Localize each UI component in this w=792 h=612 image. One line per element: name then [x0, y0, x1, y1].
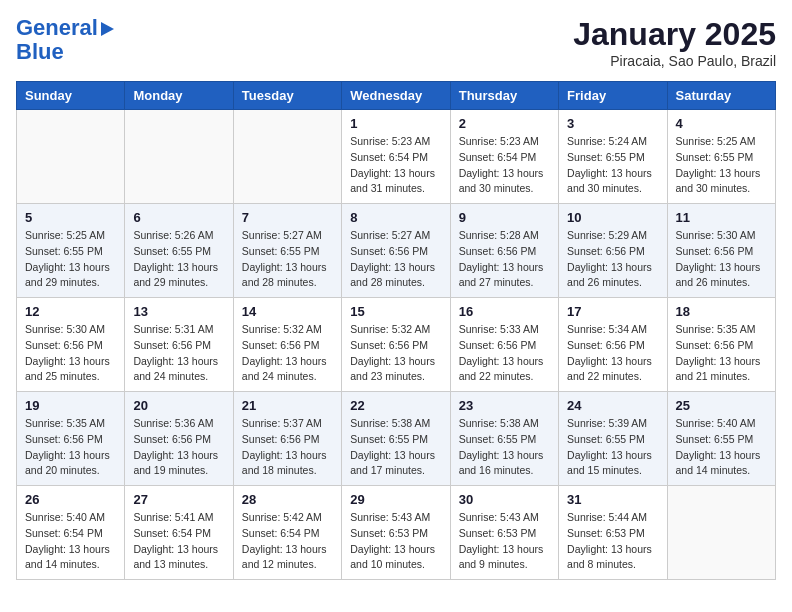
day-info: Sunrise: 5:30 AMSunset: 6:56 PMDaylight:… — [676, 228, 767, 291]
calendar-cell: 16Sunrise: 5:33 AMSunset: 6:56 PMDayligh… — [450, 298, 558, 392]
weekday-header-monday: Monday — [125, 82, 233, 110]
weekday-header-row: SundayMondayTuesdayWednesdayThursdayFrid… — [17, 82, 776, 110]
calendar-cell: 29Sunrise: 5:43 AMSunset: 6:53 PMDayligh… — [342, 486, 450, 580]
calendar-cell: 20Sunrise: 5:36 AMSunset: 6:56 PMDayligh… — [125, 392, 233, 486]
weekday-header-wednesday: Wednesday — [342, 82, 450, 110]
calendar-cell — [17, 110, 125, 204]
calendar-cell: 9Sunrise: 5:28 AMSunset: 6:56 PMDaylight… — [450, 204, 558, 298]
calendar-cell: 1Sunrise: 5:23 AMSunset: 6:54 PMDaylight… — [342, 110, 450, 204]
day-info: Sunrise: 5:32 AMSunset: 6:56 PMDaylight:… — [350, 322, 441, 385]
day-number: 22 — [350, 398, 441, 413]
day-number: 3 — [567, 116, 658, 131]
day-info: Sunrise: 5:40 AMSunset: 6:55 PMDaylight:… — [676, 416, 767, 479]
calendar-cell: 30Sunrise: 5:43 AMSunset: 6:53 PMDayligh… — [450, 486, 558, 580]
weekday-header-friday: Friday — [559, 82, 667, 110]
day-info: Sunrise: 5:33 AMSunset: 6:56 PMDaylight:… — [459, 322, 550, 385]
weekday-header-tuesday: Tuesday — [233, 82, 341, 110]
day-info: Sunrise: 5:36 AMSunset: 6:56 PMDaylight:… — [133, 416, 224, 479]
calendar-cell: 15Sunrise: 5:32 AMSunset: 6:56 PMDayligh… — [342, 298, 450, 392]
day-number: 15 — [350, 304, 441, 319]
day-number: 12 — [25, 304, 116, 319]
day-info: Sunrise: 5:23 AMSunset: 6:54 PMDaylight:… — [350, 134, 441, 197]
page-header: General Blue January 2025 Piracaia, Sao … — [16, 16, 776, 69]
day-number: 13 — [133, 304, 224, 319]
calendar-cell: 12Sunrise: 5:30 AMSunset: 6:56 PMDayligh… — [17, 298, 125, 392]
calendar-week-row: 26Sunrise: 5:40 AMSunset: 6:54 PMDayligh… — [17, 486, 776, 580]
calendar-cell: 13Sunrise: 5:31 AMSunset: 6:56 PMDayligh… — [125, 298, 233, 392]
day-info: Sunrise: 5:35 AMSunset: 6:56 PMDaylight:… — [676, 322, 767, 385]
day-number: 8 — [350, 210, 441, 225]
day-info: Sunrise: 5:38 AMSunset: 6:55 PMDaylight:… — [350, 416, 441, 479]
calendar-week-row: 19Sunrise: 5:35 AMSunset: 6:56 PMDayligh… — [17, 392, 776, 486]
day-info: Sunrise: 5:27 AMSunset: 6:55 PMDaylight:… — [242, 228, 333, 291]
day-info: Sunrise: 5:31 AMSunset: 6:56 PMDaylight:… — [133, 322, 224, 385]
day-number: 29 — [350, 492, 441, 507]
day-number: 31 — [567, 492, 658, 507]
day-info: Sunrise: 5:24 AMSunset: 6:55 PMDaylight:… — [567, 134, 658, 197]
day-info: Sunrise: 5:23 AMSunset: 6:54 PMDaylight:… — [459, 134, 550, 197]
day-number: 1 — [350, 116, 441, 131]
day-info: Sunrise: 5:42 AMSunset: 6:54 PMDaylight:… — [242, 510, 333, 573]
weekday-header-thursday: Thursday — [450, 82, 558, 110]
calendar-cell: 14Sunrise: 5:32 AMSunset: 6:56 PMDayligh… — [233, 298, 341, 392]
title-block: January 2025 Piracaia, Sao Paulo, Brazil — [573, 16, 776, 69]
calendar-cell — [233, 110, 341, 204]
day-number: 30 — [459, 492, 550, 507]
calendar-cell: 26Sunrise: 5:40 AMSunset: 6:54 PMDayligh… — [17, 486, 125, 580]
day-number: 9 — [459, 210, 550, 225]
calendar-cell: 19Sunrise: 5:35 AMSunset: 6:56 PMDayligh… — [17, 392, 125, 486]
calendar-cell: 5Sunrise: 5:25 AMSunset: 6:55 PMDaylight… — [17, 204, 125, 298]
day-info: Sunrise: 5:44 AMSunset: 6:53 PMDaylight:… — [567, 510, 658, 573]
day-number: 10 — [567, 210, 658, 225]
day-info: Sunrise: 5:39 AMSunset: 6:55 PMDaylight:… — [567, 416, 658, 479]
logo: General Blue — [16, 16, 114, 64]
day-number: 2 — [459, 116, 550, 131]
day-info: Sunrise: 5:43 AMSunset: 6:53 PMDaylight:… — [350, 510, 441, 573]
day-info: Sunrise: 5:25 AMSunset: 6:55 PMDaylight:… — [676, 134, 767, 197]
calendar-cell: 27Sunrise: 5:41 AMSunset: 6:54 PMDayligh… — [125, 486, 233, 580]
day-number: 5 — [25, 210, 116, 225]
day-number: 7 — [242, 210, 333, 225]
weekday-header-sunday: Sunday — [17, 82, 125, 110]
month-title: January 2025 — [573, 16, 776, 53]
day-info: Sunrise: 5:34 AMSunset: 6:56 PMDaylight:… — [567, 322, 658, 385]
calendar-week-row: 5Sunrise: 5:25 AMSunset: 6:55 PMDaylight… — [17, 204, 776, 298]
day-number: 20 — [133, 398, 224, 413]
day-number: 14 — [242, 304, 333, 319]
calendar-cell: 6Sunrise: 5:26 AMSunset: 6:55 PMDaylight… — [125, 204, 233, 298]
day-info: Sunrise: 5:29 AMSunset: 6:56 PMDaylight:… — [567, 228, 658, 291]
day-info: Sunrise: 5:28 AMSunset: 6:56 PMDaylight:… — [459, 228, 550, 291]
weekday-header-saturday: Saturday — [667, 82, 775, 110]
calendar-cell: 24Sunrise: 5:39 AMSunset: 6:55 PMDayligh… — [559, 392, 667, 486]
calendar-cell: 25Sunrise: 5:40 AMSunset: 6:55 PMDayligh… — [667, 392, 775, 486]
day-info: Sunrise: 5:27 AMSunset: 6:56 PMDaylight:… — [350, 228, 441, 291]
day-number: 24 — [567, 398, 658, 413]
calendar-cell: 11Sunrise: 5:30 AMSunset: 6:56 PMDayligh… — [667, 204, 775, 298]
day-number: 16 — [459, 304, 550, 319]
day-number: 21 — [242, 398, 333, 413]
calendar-cell: 31Sunrise: 5:44 AMSunset: 6:53 PMDayligh… — [559, 486, 667, 580]
day-number: 28 — [242, 492, 333, 507]
calendar-cell: 4Sunrise: 5:25 AMSunset: 6:55 PMDaylight… — [667, 110, 775, 204]
calendar-week-row: 1Sunrise: 5:23 AMSunset: 6:54 PMDaylight… — [17, 110, 776, 204]
day-number: 26 — [25, 492, 116, 507]
calendar-cell — [125, 110, 233, 204]
day-number: 23 — [459, 398, 550, 413]
day-info: Sunrise: 5:35 AMSunset: 6:56 PMDaylight:… — [25, 416, 116, 479]
calendar-cell: 7Sunrise: 5:27 AMSunset: 6:55 PMDaylight… — [233, 204, 341, 298]
calendar-cell: 10Sunrise: 5:29 AMSunset: 6:56 PMDayligh… — [559, 204, 667, 298]
day-info: Sunrise: 5:32 AMSunset: 6:56 PMDaylight:… — [242, 322, 333, 385]
calendar-cell: 23Sunrise: 5:38 AMSunset: 6:55 PMDayligh… — [450, 392, 558, 486]
day-number: 11 — [676, 210, 767, 225]
calendar-cell: 8Sunrise: 5:27 AMSunset: 6:56 PMDaylight… — [342, 204, 450, 298]
logo-arrow-icon — [101, 22, 114, 36]
calendar-cell — [667, 486, 775, 580]
calendar-cell: 21Sunrise: 5:37 AMSunset: 6:56 PMDayligh… — [233, 392, 341, 486]
day-info: Sunrise: 5:25 AMSunset: 6:55 PMDaylight:… — [25, 228, 116, 291]
logo-text-blue: Blue — [16, 40, 114, 64]
calendar-cell: 3Sunrise: 5:24 AMSunset: 6:55 PMDaylight… — [559, 110, 667, 204]
day-info: Sunrise: 5:41 AMSunset: 6:54 PMDaylight:… — [133, 510, 224, 573]
day-info: Sunrise: 5:40 AMSunset: 6:54 PMDaylight:… — [25, 510, 116, 573]
location-subtitle: Piracaia, Sao Paulo, Brazil — [573, 53, 776, 69]
day-info: Sunrise: 5:26 AMSunset: 6:55 PMDaylight:… — [133, 228, 224, 291]
